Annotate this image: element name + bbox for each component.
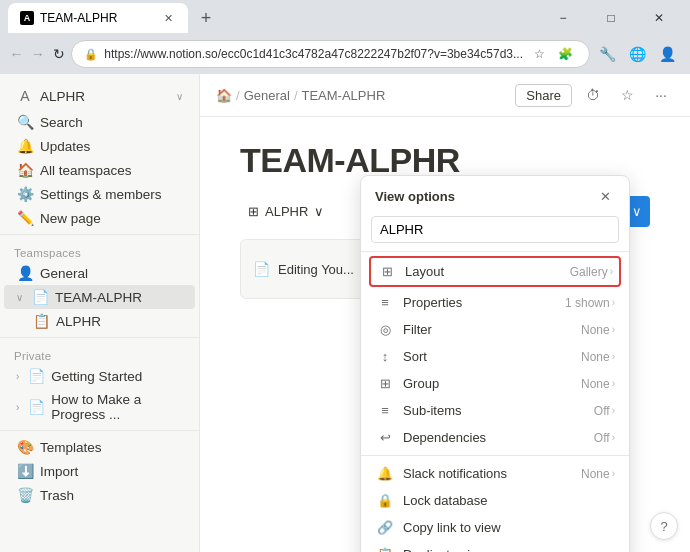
extension-icon-1[interactable]: 🔧 (594, 40, 622, 68)
templates-icon: 🎨 (16, 439, 34, 455)
general-icon: 👤 (16, 265, 34, 281)
close-button[interactable]: ✕ (636, 0, 682, 36)
sidebar-item-settings[interactable]: ⚙️ Settings & members (4, 182, 195, 206)
panel-item-sort[interactable]: ↕ Sort None › (361, 343, 629, 370)
search-label: Search (40, 115, 83, 130)
filter-icon: ◎ (375, 322, 395, 337)
view-icon: ⊞ (248, 204, 259, 219)
slack-notifications-icon: 🔔 (375, 466, 395, 481)
topbar-actions: Share ⏱ ☆ ··· (515, 82, 674, 108)
sidebar-item-team-alphr[interactable]: ∨ 📄 TEAM-ALPHR (4, 285, 195, 309)
duplicate-view-label: Duplicate view (403, 547, 615, 552)
sidebar-divider-2 (0, 337, 199, 338)
panel-item-group[interactable]: ⊞ Group None › (361, 370, 629, 397)
sidebar-item-general[interactable]: 👤 General (4, 261, 195, 285)
settings-label: Settings & members (40, 187, 162, 202)
subitems-value-text: Off (594, 404, 610, 418)
panel-item-properties[interactable]: ≡ Properties 1 shown › (361, 289, 629, 316)
chevron-down-icon: ∨ (16, 292, 23, 303)
extension-puzzle-icon[interactable]: 🧩 (555, 43, 577, 65)
active-tab[interactable]: A TEAM-ALPHR ✕ (8, 3, 188, 33)
workspace-icon: A (16, 88, 34, 104)
view-name-label: ALPHR (265, 204, 308, 219)
sidebar-item-trash[interactable]: 🗑️ Trash (4, 483, 195, 507)
copy-link-icon: 🔗 (375, 520, 395, 535)
panel-item-copy-link[interactable]: 🔗 Copy link to view (361, 514, 629, 541)
import-icon: ⬇️ (16, 463, 34, 479)
teamspaces-label: All teamspaces (40, 163, 132, 178)
sidebar-item-import[interactable]: ⬇️ Import (4, 459, 195, 483)
reload-button[interactable]: ↻ (50, 40, 67, 68)
tab-close-button[interactable]: ✕ (160, 10, 176, 26)
extension-icon-3[interactable]: 👤 (654, 40, 682, 68)
new-tab-button[interactable]: + (192, 4, 220, 32)
duplicate-view-icon: 📋 (375, 547, 395, 552)
sidebar-item-templates[interactable]: 🎨 Templates (4, 435, 195, 459)
general-label: General (40, 266, 88, 281)
url-bar[interactable]: 🔒 https://www.notion.so/ecc0c1d41c3c4782… (71, 40, 590, 68)
view-name-input[interactable] (371, 216, 619, 243)
slack-notifications-label: Slack notifications (403, 466, 581, 481)
panel-view-name-field[interactable] (361, 212, 629, 247)
panel-header: View options ✕ (361, 176, 629, 212)
lock-database-icon: 🔒 (375, 493, 395, 508)
slack-notifications-value-text: None (581, 467, 610, 481)
sort-label: Sort (403, 349, 581, 364)
breadcrumb-general[interactable]: General (244, 88, 290, 103)
sidebar: A ALPHR ∨ 🔍 Search 🔔 Updates 🏠 All teams… (0, 74, 200, 552)
templates-label: Templates (40, 440, 102, 455)
filter-chevron-icon: › (612, 324, 615, 335)
layout-value-text: Gallery (570, 265, 608, 279)
sort-chevron-icon: › (612, 351, 615, 362)
share-button[interactable]: Share (515, 84, 572, 107)
sidebar-item-alphr[interactable]: 📋 ALPHR (4, 309, 195, 333)
slack-notifications-chevron-icon: › (612, 468, 615, 479)
bookmark-icon[interactable]: ☆ (529, 43, 551, 65)
panel-item-lock-database[interactable]: 🔒 Lock database (361, 487, 629, 514)
panel-title: View options (375, 189, 455, 204)
sort-icon: ↕ (375, 349, 395, 364)
filter-value-text: None (581, 323, 610, 337)
sidebar-divider-3 (0, 430, 199, 431)
panel-item-dependencies[interactable]: ↩ Dependencies Off › (361, 424, 629, 451)
url-actions: ☆ 🧩 (529, 43, 577, 65)
sidebar-item-all-teamspaces[interactable]: 🏠 All teamspaces (4, 158, 195, 182)
forward-button[interactable]: → (29, 40, 46, 68)
panel-item-subitems[interactable]: ≡ Sub-items Off › (361, 397, 629, 424)
help-button[interactable]: ? (650, 512, 678, 540)
panel-item-slack-notifications[interactable]: 🔔 Slack notifications None › (361, 460, 629, 487)
window-controls: − □ ✕ (540, 0, 682, 36)
trash-label: Trash (40, 488, 74, 503)
layout-chevron-icon: › (610, 266, 613, 277)
copy-link-label: Copy link to view (403, 520, 615, 535)
alphr-icon: 📋 (32, 313, 50, 329)
back-button[interactable]: ← (8, 40, 25, 68)
getting-started-label: Getting Started (51, 369, 142, 384)
panel-item-layout[interactable]: ⊞ Layout Gallery › (369, 256, 621, 287)
layout-icon: ⊞ (377, 264, 397, 279)
minimize-button[interactable]: − (540, 0, 586, 36)
topbar: 🏠 / General / TEAM-ALPHR Share ⏱ ☆ ··· (200, 74, 690, 117)
group-value-text: None (581, 377, 610, 391)
panel-divider-2 (361, 455, 629, 456)
star-icon[interactable]: ☆ (614, 82, 640, 108)
sidebar-item-search[interactable]: 🔍 Search (4, 110, 195, 134)
sidebar-item-getting-started[interactable]: › 📄 Getting Started (4, 364, 195, 388)
breadcrumb-sep-1: / (236, 88, 240, 103)
maximize-button[interactable]: □ (588, 0, 634, 36)
panel-close-button[interactable]: ✕ (595, 186, 615, 206)
sidebar-workspace: A ALPHR ∨ (0, 82, 199, 110)
properties-value: 1 shown › (565, 296, 615, 310)
alphr-label: ALPHR (56, 314, 101, 329)
view-name-button[interactable]: ⊞ ALPHR ∨ (240, 200, 332, 223)
history-icon[interactable]: ⏱ (580, 82, 606, 108)
layout-label: Layout (405, 264, 570, 279)
panel-item-filter[interactable]: ◎ Filter None › (361, 316, 629, 343)
extension-icon-2[interactable]: 🌐 (624, 40, 652, 68)
sidebar-item-updates[interactable]: 🔔 Updates (4, 134, 195, 158)
panel-item-duplicate-view[interactable]: 📋 Duplicate view (361, 541, 629, 552)
more-options-icon[interactable]: ··· (648, 82, 674, 108)
sidebar-item-new-page[interactable]: ✏️ New page (4, 206, 195, 230)
sidebar-item-progress[interactable]: › 📄 How to Make a Progress ... (4, 388, 195, 426)
workspace-name-item[interactable]: A ALPHR ∨ (4, 84, 195, 108)
